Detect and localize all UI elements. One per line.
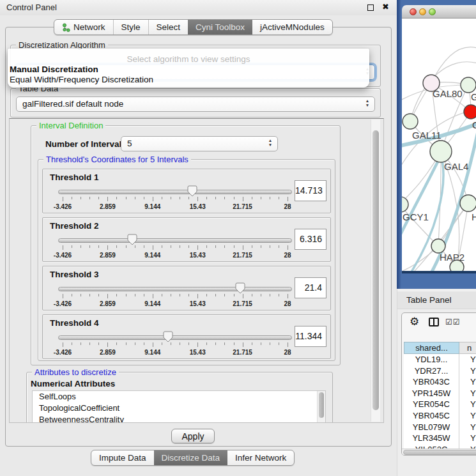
node-label: GAL4 xyxy=(444,161,468,172)
minimize-traffic-light-icon[interactable] xyxy=(419,8,426,15)
red-highlight-node[interactable] xyxy=(464,105,476,119)
slider-thumb[interactable] xyxy=(163,331,173,342)
network-window-titlebar[interactable] xyxy=(402,5,476,19)
numerical-attributes-label: Numerical Attributes xyxy=(31,379,115,388)
table-row[interactable]: YBR045CYBR0 xyxy=(404,410,476,422)
tab-label: Discretize Data xyxy=(162,453,220,463)
tab-style[interactable]: Style xyxy=(113,20,148,35)
table-panel-box: ⚙ ☑☑ shared... n YDL19...YDL1YDR27...YDR… xyxy=(401,312,476,456)
table-row[interactable]: YER054CYER0 xyxy=(404,399,476,410)
scale-label: 28 xyxy=(284,349,291,356)
tab-network[interactable]: Network xyxy=(54,20,113,35)
tab-cyni-toolbox[interactable]: Cyni Toolbox xyxy=(188,20,252,35)
table-row[interactable]: YPR145WYPR1 xyxy=(404,388,476,399)
GAL4-node[interactable] xyxy=(430,141,452,162)
tab-select[interactable]: Select xyxy=(148,20,188,35)
node-left[interactable] xyxy=(403,114,418,129)
zoom-traffic-light-icon[interactable] xyxy=(429,8,436,15)
column-header-name[interactable]: n xyxy=(459,342,476,354)
GCY1-node[interactable] xyxy=(402,197,408,212)
list-scrollbar[interactable] xyxy=(317,391,325,423)
control-panel-tabs: Network Style Select Cyni Toolbox jActiv… xyxy=(54,19,333,35)
scale-label: 2.859 xyxy=(100,252,116,259)
cyni-bottom-tabs: Impute Data Discretize Data Infer Networ… xyxy=(91,450,295,466)
dropdown-hint: Select algorithm to view settings xyxy=(8,54,369,64)
threshold-1-value-field[interactable]: 14.713 xyxy=(295,180,326,201)
network-canvas[interactable]: GAL80GCGAL11GAL4GCY1HHAP2 xyxy=(402,19,476,271)
node-label: GAL80 xyxy=(433,88,463,99)
threshold-label: Threshold 4 xyxy=(50,318,99,328)
threshold-label: Threshold 3 xyxy=(50,270,99,279)
scale-label: 15.43 xyxy=(190,203,206,210)
tab-jactivemnodules[interactable]: jActiveMNodules xyxy=(252,20,332,35)
close-traffic-light-icon[interactable] xyxy=(410,8,417,15)
tab-label: Cyni Toolbox xyxy=(196,22,245,32)
tab-discretize-data[interactable]: Discretize Data xyxy=(154,450,228,465)
vertical-scrollbar[interactable] xyxy=(371,119,380,422)
node-right[interactable] xyxy=(460,195,476,211)
combo-value: galFiltered.sif default node xyxy=(22,99,123,109)
slider-thumb[interactable] xyxy=(127,234,137,245)
settings-gear-icon[interactable]: ⚙ xyxy=(410,315,419,328)
table-data-group: Table Data galFiltered.sif default node xyxy=(10,88,381,118)
slider-thumb[interactable] xyxy=(187,185,197,197)
apply-button[interactable]: Apply xyxy=(171,429,215,443)
table-body: YDL19...YDL1YDR27...YDR2YBR043CYBR0YPR14… xyxy=(404,354,476,449)
threshold-4-slider[interactable]: -3.4262.8599.14415.4321.71528 xyxy=(58,330,292,358)
scale-label: -3.426 xyxy=(54,203,72,210)
scrollbar-thumb[interactable] xyxy=(319,392,324,418)
dropdown-option-manual-discretization[interactable]: Manual Discretization xyxy=(10,65,367,74)
numerical-attributes-list: SelfLoops TopologicalCoefficient Between… xyxy=(32,390,326,423)
scale-label: 15.43 xyxy=(190,252,206,259)
scale-label: 15.43 xyxy=(190,349,206,356)
threshold-3-slider[interactable]: -3.4262.8599.14415.4321.71528 xyxy=(58,282,292,310)
checkbox-icon: ☑ xyxy=(445,318,453,326)
list-item[interactable]: SelfLoops xyxy=(33,391,325,403)
threshold-label: Threshold 1 xyxy=(50,173,99,182)
table-row[interactable]: YIL052CYIL0 xyxy=(404,444,476,449)
table-row[interactable]: YDR27...YDR2 xyxy=(404,365,476,377)
column-layout-icon[interactable] xyxy=(429,318,439,326)
tab-label: jActiveMNodules xyxy=(260,22,325,32)
threshold-4-value-field[interactable]: 11.344 xyxy=(295,326,326,347)
table-row[interactable]: YBR043CYBR0 xyxy=(404,376,476,388)
list-item[interactable]: BetweennessCentrality xyxy=(33,414,325,423)
window-title: Control Panel xyxy=(6,3,57,12)
float-window-icon[interactable] xyxy=(367,4,374,11)
table-row[interactable]: YLR345WYLR3 xyxy=(404,433,476,444)
threshold-2-value-field[interactable]: 6.316 xyxy=(295,229,326,250)
node-top-right[interactable] xyxy=(461,77,476,93)
list-item[interactable]: TopologicalCoefficient xyxy=(33,403,325,414)
num-intervals-combobox[interactable]: 5 xyxy=(121,136,278,151)
tab-impute-data[interactable]: Impute Data xyxy=(91,450,154,465)
network-icon xyxy=(62,23,70,32)
tab-label: Style xyxy=(121,22,141,32)
column-checkbox-icons[interactable]: ☑☑ xyxy=(445,318,461,326)
threshold-label: Threshold 2 xyxy=(50,221,99,231)
horizontal-scrollbar[interactable] xyxy=(402,449,476,456)
combo-value: 5 xyxy=(127,139,132,148)
tab-infer-network[interactable]: Infer Network xyxy=(227,450,294,465)
scrollbar-thumb[interactable] xyxy=(403,450,476,455)
threshold-2-slider[interactable]: -3.4262.8599.14415.4321.71528 xyxy=(58,233,292,261)
table-row[interactable]: YDL19...YDL1 xyxy=(404,354,476,365)
network-view-window: GAL80GCGAL11GAL4GCY1HHAP2 xyxy=(397,0,476,289)
scrollbar-thumb[interactable] xyxy=(372,130,379,410)
algorithm-dropdown-popup: Select algorithm to view settings Manual… xyxy=(8,49,369,88)
close-icon[interactable]: ✖ xyxy=(382,2,389,12)
screen: Control Panel ✖ Network Style Select Cyn… xyxy=(0,0,476,476)
node-label: H xyxy=(472,211,476,222)
dropdown-option-equal-width-frequency[interactable]: Equal Width/Frequency Discretization xyxy=(10,75,367,84)
combo-arrows-icon xyxy=(364,98,371,107)
table-row[interactable]: YBL079WYBL0 xyxy=(404,422,476,433)
scale-label: 21.715 xyxy=(233,252,252,259)
threshold-1-slider[interactable]: -3.4262.8599.14415.4321.71528 xyxy=(58,185,292,213)
threshold-3-value-field[interactable]: 21.4 xyxy=(295,277,326,298)
column-header-shared[interactable]: shared... xyxy=(404,342,459,354)
table-data-combobox[interactable]: galFiltered.sif default node xyxy=(16,96,375,112)
HAP2-node[interactable] xyxy=(431,239,445,253)
slider-thumb[interactable] xyxy=(235,282,245,294)
scale-label: 15.43 xyxy=(190,300,206,307)
tab-label: Network xyxy=(73,22,105,32)
scale-label: -3.426 xyxy=(54,252,72,259)
